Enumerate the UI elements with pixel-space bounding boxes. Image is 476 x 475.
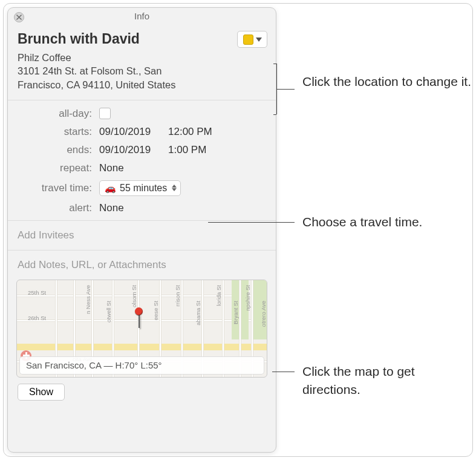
start-time[interactable]: 12:00 PM bbox=[168, 126, 217, 138]
color-swatch-icon bbox=[243, 34, 253, 45]
travel-time-label: travel time: bbox=[10, 182, 99, 194]
calendar-color-picker[interactable] bbox=[237, 31, 267, 48]
end-date[interactable]: 09/10/2019 bbox=[99, 144, 160, 156]
callout-location: Click the location to change it. bbox=[302, 73, 471, 91]
event-title[interactable]: Brunch with David bbox=[18, 31, 266, 47]
chevron-down-icon bbox=[256, 38, 262, 42]
street-line bbox=[17, 295, 267, 296]
window-title: Info bbox=[134, 11, 149, 21]
weather-text: San Francisco, CA — H:70° L:55° bbox=[26, 360, 162, 370]
starts-label: starts: bbox=[10, 126, 99, 138]
add-invitees-field[interactable]: Add Invitees bbox=[8, 221, 276, 250]
travel-time-dropdown[interactable]: 🚗 55 minutes bbox=[99, 180, 181, 196]
start-date[interactable]: 09/10/2019 bbox=[99, 126, 160, 138]
street-label: Bryant St bbox=[232, 301, 239, 324]
alert-label: alert: bbox=[10, 202, 99, 214]
repeat-label: repeat: bbox=[10, 162, 99, 174]
all-day-label: all-day: bbox=[10, 108, 99, 120]
street-label: npshire St bbox=[244, 285, 251, 311]
callout-travel: Choose a travel time. bbox=[302, 213, 422, 231]
street-line bbox=[17, 320, 267, 321]
street-label: rrison St bbox=[174, 285, 181, 306]
car-icon: 🚗 bbox=[105, 183, 116, 194]
street-label: otwell St bbox=[105, 301, 112, 323]
ends-label: ends: bbox=[10, 144, 99, 156]
street-label: abama St bbox=[195, 301, 201, 326]
street-label: eese St bbox=[152, 301, 159, 320]
end-time[interactable]: 1:00 PM bbox=[168, 144, 217, 156]
location-name: Philz Coffee bbox=[18, 51, 235, 64]
repeat-value[interactable]: None bbox=[99, 162, 124, 174]
event-location[interactable]: Philz Coffee 3101 24th St. at Folsom St.… bbox=[18, 51, 235, 91]
travel-time-value: 55 minutes bbox=[120, 183, 167, 194]
address-line1: 3101 24th St. at Folsom St., San bbox=[18, 64, 235, 77]
titlebar: Info bbox=[8, 8, 276, 25]
street-label: 26th St bbox=[28, 315, 46, 321]
weather-strip: San Francisco, CA — H:70° L:55° bbox=[19, 356, 264, 375]
highway-line bbox=[17, 344, 267, 350]
all-day-checkbox[interactable] bbox=[99, 108, 111, 119]
stepper-icon bbox=[172, 185, 177, 191]
close-button[interactable] bbox=[14, 12, 24, 22]
map-thumbnail[interactable]: n Ness Aveotwell Stolsom Steese Strrison… bbox=[16, 280, 267, 378]
callout-map: Click the map to get directions. bbox=[302, 362, 472, 399]
add-notes-field[interactable]: Add Notes, URL, or Attachments bbox=[8, 251, 276, 280]
street-label: otrero Ave bbox=[260, 301, 267, 327]
street-label: 25th St bbox=[28, 289, 46, 296]
close-icon bbox=[16, 15, 22, 20]
header-section: Brunch with David Philz Coffee 3101 24th… bbox=[8, 25, 276, 100]
show-button[interactable]: Show bbox=[18, 384, 65, 401]
event-info-panel: Info Brunch with David Philz Coffee 3101… bbox=[7, 7, 276, 453]
map-pin-icon bbox=[135, 307, 143, 315]
street-label: olsom St bbox=[131, 285, 137, 307]
street-label: n Ness Ave bbox=[85, 285, 91, 314]
street-label: lorida St bbox=[215, 285, 222, 306]
alert-value[interactable]: None bbox=[99, 202, 124, 214]
details-section: all-day: starts: 09/10/2019 12:00 PM end… bbox=[8, 100, 276, 220]
address-line2: Francisco, CA 94110, United States bbox=[18, 78, 235, 91]
